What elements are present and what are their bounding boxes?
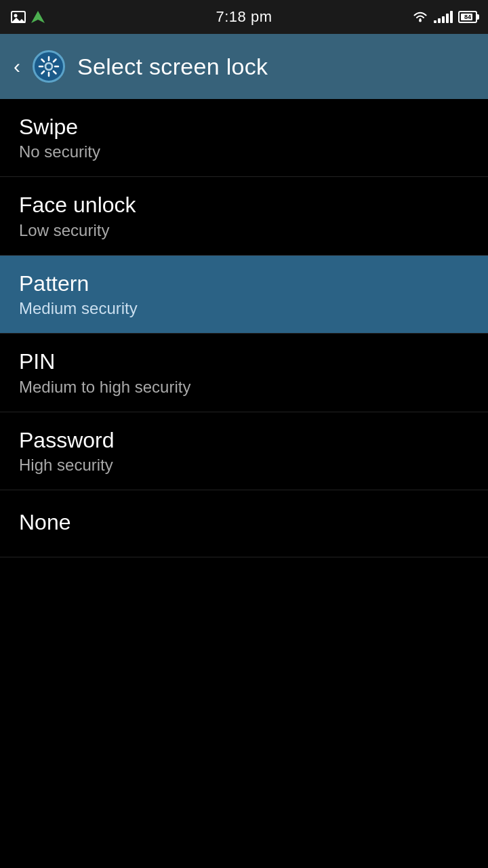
battery-icon: 84 — [458, 11, 477, 23]
option-pin[interactable]: PIN Medium to high security — [0, 334, 488, 412]
status-bar-left — [11, 11, 45, 23]
option-face-unlock-subtitle: Low security — [19, 221, 469, 240]
status-time: 7:18 pm — [216, 8, 272, 26]
svg-line-11 — [54, 71, 56, 74]
gear-icon — [38, 56, 60, 77]
option-face-unlock[interactable]: Face unlock Low security — [0, 177, 488, 255]
signal-icon — [434, 11, 453, 23]
option-pattern-subtitle: Medium security — [19, 299, 469, 318]
gear-icon-circle — [33, 50, 65, 83]
svg-marker-2 — [31, 11, 45, 23]
gallery-icon — [11, 11, 26, 23]
back-button[interactable]: ‹ — [14, 56, 20, 77]
option-face-unlock-title: Face unlock — [19, 192, 469, 218]
lock-options-list: Swipe No security Face unlock Low securi… — [0, 99, 488, 557]
option-none-title: None — [19, 509, 469, 535]
wifi-icon — [412, 11, 428, 23]
navigation-icon — [31, 11, 45, 23]
svg-line-13 — [42, 71, 45, 74]
option-swipe[interactable]: Swipe No security — [0, 99, 488, 177]
svg-point-5 — [45, 63, 52, 70]
option-password[interactable]: Password High security — [0, 412, 488, 490]
option-password-title: Password — [19, 427, 469, 453]
app-bar-title: Select screen lock — [77, 54, 268, 80]
svg-point-3 — [419, 20, 422, 22]
option-pattern[interactable]: Pattern Medium security — [0, 256, 488, 334]
status-bar-right: 84 — [412, 11, 477, 23]
svg-point-1 — [14, 14, 18, 18]
option-password-subtitle: High security — [19, 456, 469, 475]
option-pattern-title: Pattern — [19, 271, 469, 296]
option-swipe-subtitle: No security — [19, 142, 469, 161]
option-swipe-title: Swipe — [19, 114, 469, 140]
option-none[interactable]: None — [0, 490, 488, 557]
option-pin-title: PIN — [19, 349, 469, 374]
svg-line-12 — [54, 60, 56, 62]
app-bar: ‹ Select screen lock — [0, 34, 488, 99]
option-pin-subtitle: Medium to high security — [19, 378, 469, 397]
svg-line-10 — [42, 60, 45, 62]
status-bar: 7:18 pm 84 — [0, 0, 488, 34]
